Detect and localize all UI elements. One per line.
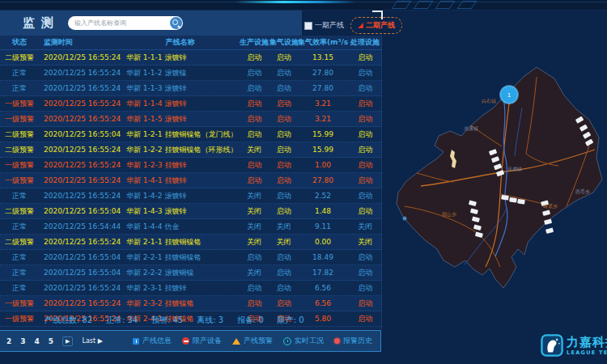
line-name-cell: 华新 1-4-1 挂镀锌: [121, 173, 239, 188]
line-name-cell: 华新 2-2-2 滚镀铜镍: [121, 265, 239, 280]
table-row[interactable]: 一级预警 2020/12/25 16:55:24 华新 2-3-2 挂镀镍铬 启…: [0, 296, 382, 311]
table-row[interactable]: 正常 2020/12/25 16:55:04 华新 2-2-1 挂镀铜镍铬 启动…: [0, 250, 382, 265]
table-row[interactable]: 一级预警 2020/12/25 16:55:24 华新 1-2-3 挂镀锌 启动…: [0, 158, 382, 173]
time-cell: 2020/12/25 16:55:04: [39, 265, 121, 280]
city-map[interactable]: 白石镇 淡溪镇 乐成镇 岭底乡 园山乡 西岙乡 1: [380, 11, 607, 364]
production-facility-cell: 启动: [239, 127, 270, 142]
production-facility-cell: 关闭: [239, 235, 270, 249]
treatment-cell: 启动: [348, 66, 382, 80]
production-facility-cell: 关闭: [239, 204, 270, 218]
legend-item[interactable]: 产线预警: [232, 336, 273, 346]
gas-facility-cell: 启动: [270, 296, 298, 311]
table-row[interactable]: 二级预警 2020/12/25 16:55:04 华新 1-4-3 滚镀锌 关闭…: [0, 204, 382, 219]
flag-icon: [358, 23, 363, 28]
treatment-cell: 启动: [348, 142, 382, 157]
checkbox-icon[interactable]: [304, 22, 312, 30]
treatment-cell: 启动: [348, 250, 382, 265]
header-bar: 监测: [0, 11, 302, 36]
table-row[interactable]: 二级预警 2020/12/25 16:55:24 华新 2-1-1 挂镀铜镍铬 …: [0, 235, 382, 250]
gas-facility-cell: 启动: [270, 142, 298, 157]
table-row[interactable]: 正常 2020/12/25 16:55:24 华新 1-4-2 滚镀锌 关闭 启…: [0, 188, 382, 204]
table-row[interactable]: 一级预警 2020/12/25 16:55:24 华新 1-4-1 挂镀锌 启动…: [0, 173, 382, 188]
gas-facility-cell: 启动: [270, 158, 298, 172]
treatment-cell: 启动: [348, 127, 382, 142]
status-cell: 一级预警: [0, 173, 39, 188]
column-header: 处理设施: [348, 36, 382, 49]
treatment-cell: 启动: [348, 204, 382, 218]
search-box[interactable]: [68, 16, 183, 30]
production-facility-cell: 启动: [239, 50, 270, 65]
legend-item[interactable]: 限产设备: [182, 336, 222, 346]
page-button[interactable]: 5: [49, 337, 53, 345]
status-cell: 正常: [0, 219, 39, 234]
time-cell: 2020/12/25 16:55:04: [39, 127, 121, 142]
page-button[interactable]: 2: [6, 337, 11, 345]
time-cell: 2020/12/25 16:55:24: [39, 296, 121, 311]
production-facility-cell: 关闭: [239, 188, 270, 203]
status-cell: 一级预警: [0, 96, 39, 111]
status-cell: 一级预警: [0, 112, 39, 126]
line-name-cell: 华新 1-1-2 滚镀镍: [121, 66, 239, 80]
place-label: 西岙乡: [575, 188, 590, 195]
status-cell: 正常: [0, 265, 39, 280]
summary-bar: 产线总数:82 正常:34 预警:45 离线:3 报备:0 限产:0: [0, 311, 382, 329]
table-row[interactable]: 正常 2020/12/25 16:55:24 华新 1-1-3 滚镀锌 启动 启…: [0, 81, 382, 96]
table-row[interactable]: 一级预警 2020/12/25 16:55:24 华新 1-1-4 滚镀锌 启动…: [0, 96, 382, 112]
tri-icon: [232, 338, 240, 345]
search-input[interactable]: [68, 19, 172, 27]
page-button[interactable]: 4: [35, 337, 40, 345]
table-row[interactable]: 二级预警 2020/12/25 16:55:24 华新 1-1-1 滚镀锌 启动…: [0, 50, 382, 66]
last-page-button[interactable]: Last ▶: [82, 337, 102, 345]
treatment-cell: 启动: [348, 96, 382, 111]
production-facility-cell: 启动: [239, 96, 270, 111]
legend: 产线信息 限产设备 产线预警 实时工况 报警历史: [133, 336, 380, 346]
phase1-checkbox[interactable]: 一期产线: [304, 20, 344, 31]
table-row[interactable]: 二级预警 2020/12/25 16:55:04 华新 1-2-1 挂镀铜镍铬（…: [0, 127, 382, 142]
time-cell: 2020/12/25 16:55:24: [39, 142, 121, 157]
efficiency-cell: 0.00: [298, 235, 348, 249]
time-cell: 2020/12/25 16:55:24: [39, 173, 121, 188]
gas-facility-cell: 启动: [270, 250, 298, 265]
efficiency-cell: 27.80: [298, 81, 348, 95]
table-row[interactable]: 正常 2020/12/25 16:55:24 华新 2-3-1 挂镀锌 启动 启…: [0, 281, 382, 296]
status-cell: 一级预警: [0, 296, 39, 311]
page-button[interactable]: 3: [20, 337, 25, 345]
efficiency-cell: 6.56: [298, 281, 348, 295]
phase1-label: 一期产线: [315, 20, 344, 31]
efficiency-cell: 15.99: [298, 142, 348, 157]
table-row[interactable]: 正常 2020/12/25 16:54:44 华新 1-4-4 仿金 关闭 关闭…: [0, 219, 382, 235]
production-facility-cell: 启动: [239, 81, 270, 95]
gas-facility-cell: 关闭: [270, 219, 298, 234]
table-row[interactable]: 正常 2020/12/25 16:55:24 华新 1-1-2 滚镀镍 启动 启…: [0, 66, 382, 81]
table-row[interactable]: 正常 2020/12/25 16:55:04 华新 2-2-2 滚镀铜镍 关闭 …: [0, 265, 382, 281]
status-cell: 正常: [0, 281, 39, 295]
cluster-marker[interactable]: 1: [500, 86, 518, 104]
production-facility-cell: 启动: [239, 296, 270, 311]
legend-item[interactable]: 报警历史: [334, 336, 372, 346]
production-facility-cell: 关闭: [239, 265, 270, 280]
table-header: 状态监测时间产线名称生产设施集气设施集气效率(m³/s)处理设施: [0, 36, 382, 50]
next-page-button[interactable]: ▶: [62, 336, 73, 346]
efficiency-cell: 27.80: [298, 66, 348, 80]
brand-text: 力嘉科技 LEAGUE TECH: [567, 336, 607, 356]
status-cell: 一级预警: [0, 158, 39, 172]
line-name-cell: 华新 1-4-2 滚镀锌: [121, 188, 239, 203]
treatment-cell: 启动: [348, 265, 382, 280]
legend-item[interactable]: 产线信息: [133, 336, 172, 346]
legend-item[interactable]: 实时工况: [283, 336, 324, 346]
line-name-cell: 华新 1-4-3 滚镀锌: [121, 204, 239, 218]
search-icon[interactable]: [170, 17, 182, 29]
table-row[interactable]: 二级预警 2020/12/25 16:55:24 华新 1-2-2 挂镀铜镍铬（…: [0, 142, 382, 158]
deco-shapes: [394, 1, 474, 9]
efficiency-cell: 3.21: [298, 112, 348, 126]
treatment-cell: 关闭: [348, 219, 382, 234]
status-cell: 二级预警: [0, 127, 39, 142]
time-cell: 2020/12/25 16:55:24: [39, 188, 121, 203]
status-cell: 正常: [0, 66, 39, 80]
line-name-cell: 华新 1-1-5 滚镀锌: [121, 112, 239, 126]
gas-facility-cell: 启动: [270, 81, 298, 95]
line-name-cell: 华新 2-2-1 挂镀铜镍铬: [121, 250, 239, 265]
gas-facility-cell: 启动: [270, 96, 298, 111]
table-row[interactable]: 一级预警 2020/12/25 16:55:24 华新 1-1-5 滚镀锌 启动…: [0, 112, 382, 127]
summary-item: 产线总数:82: [45, 315, 92, 326]
